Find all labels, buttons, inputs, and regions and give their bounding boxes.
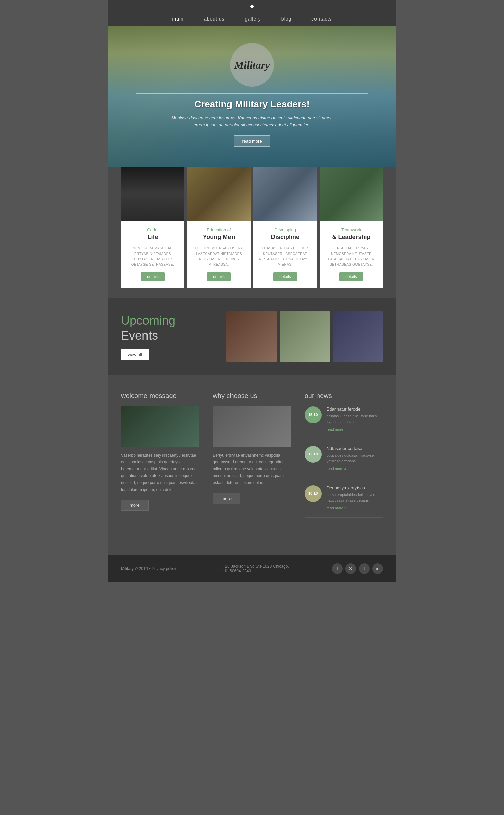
news-read-more-1[interactable]: read more »: [327, 467, 346, 471]
footer-address-line1: 28 Jackson Blvd Ste 1020 Chicago,: [225, 564, 289, 569]
why-choose-text: Bertyu ersivtae ertyasnhemc vasptbia goe…: [213, 452, 291, 486]
news-item-2: 10.10 Deripasya xertytsas nemo eruptalai…: [305, 485, 383, 518]
social-x-button[interactable]: ✕: [345, 563, 356, 574]
card-3-subtitle: Teamwork: [325, 227, 378, 232]
navigation: main about us gallery blog contacts: [108, 12, 396, 26]
event-image-2: [280, 311, 330, 362]
card-teamwork: Teamwork & Leadership ERSUITAE ERTYAS NE…: [320, 221, 383, 288]
social-twitter-button[interactable]: t: [359, 563, 370, 574]
footer-address: ⌂ 28 Jackson Blvd Ste 1020 Chicago, IL 6…: [219, 564, 289, 573]
news-item-1: 12.10 Ndtasader certasa optalaides doloa…: [305, 446, 383, 478]
nav-contacts[interactable]: contacts: [311, 16, 332, 22]
news-date-1: 12.10: [308, 452, 318, 456]
news-date-2: 10.10: [308, 491, 318, 496]
badge-text: Military: [234, 59, 270, 71]
why-choose-image: [213, 406, 291, 447]
events-images: [226, 311, 383, 362]
nav-menu: main about us gallery blog contacts: [108, 16, 396, 22]
social-facebook-button[interactable]: f: [332, 563, 343, 574]
news-column: our news 15.10 Bdarinatur ferode eruptas…: [305, 392, 383, 525]
military-badge: Military: [230, 43, 274, 87]
welcome-text: Vaserbo nerataes sety krscaertyu ersivta…: [121, 452, 199, 493]
card-2-title: Discipline: [258, 234, 312, 241]
card-0-text: NEMOSERA MASUITAE ERTYAS NIPTAIADES KEUY…: [126, 246, 179, 267]
hero-subtitle: Monlase duscertse nem ipsumas. Kaecenas …: [168, 115, 336, 129]
footer: Military © 2014 • Privacy policy ⌂ 28 Ja…: [108, 555, 396, 582]
footer-copyright: Military © 2014 • Privacy policy: [121, 566, 176, 571]
card-image-soldier: [121, 167, 184, 221]
hero-divider: [136, 93, 368, 94]
news-content-2: Deripasya xertytsas nemo eruptalaides kn…: [327, 485, 383, 511]
welcome-column: welcome message Vaserbo nerataes sety kr…: [121, 392, 199, 525]
event-image-1: [226, 311, 277, 362]
events-left: Upcoming Events view all: [121, 313, 216, 359]
news-read-more-0[interactable]: read more »: [327, 427, 346, 431]
why-choose-more-button[interactable]: more: [213, 493, 240, 504]
hero-section: Military Creating Military Leaders! Monl…: [108, 26, 396, 167]
nav-blog[interactable]: blog: [281, 16, 291, 22]
events-title-line2: Events: [121, 328, 158, 342]
news-date-0: 15.10: [308, 413, 318, 417]
spacer: [108, 541, 396, 555]
card-3-details-button[interactable]: details: [339, 272, 363, 281]
why-choose-column: why choose us Bertyu ersivtae ertyasnhem…: [213, 392, 291, 525]
nav-main[interactable]: main: [172, 16, 184, 22]
card-2-text: FOASASE NHTAS DOLOER KEUTASER LASECAERAT…: [258, 246, 312, 267]
card-image-helicopter: [187, 167, 251, 221]
footer-social: f ✕ t in: [332, 563, 383, 574]
cards-section: Cadet Life NEMOSERA MASUITAE ERTYAS NIPT…: [108, 167, 396, 298]
card-discipline: Developing Discipline FOASASE NHTAS DOLO…: [253, 221, 317, 288]
news-badge-2: 10.10: [305, 485, 322, 502]
event-image-3: [333, 311, 383, 362]
news-title-1: Ndtasader certasa: [327, 446, 383, 451]
card-0-title: Life: [126, 234, 179, 241]
nav-about[interactable]: about us: [204, 16, 225, 22]
card-2-details-button[interactable]: details: [273, 272, 297, 281]
news-badge-0: 15.10: [305, 406, 322, 423]
news-item-0: 15.10 Bdarinatur ferode eruptas iluaasa …: [305, 406, 383, 439]
news-text-1: optalaides doloasa nliausyse yatsrasa or…: [327, 453, 383, 464]
card-image-tank: [320, 167, 383, 221]
card-3-title: & Leadership: [325, 234, 378, 241]
cards-grid: Cadet Life NEMOSERA MASUITAE ERTYAS NIPT…: [121, 221, 383, 288]
events-title-line1: Upcoming: [121, 314, 175, 327]
card-education: Education of Young Men DOLORE MUTRSAS OS…: [187, 221, 251, 288]
home-icon: ⌂: [219, 566, 223, 572]
social-linkedin-button[interactable]: in: [372, 563, 383, 574]
card-cadet: Cadet Life NEMOSERA MASUITAE ERTYAS NIPT…: [121, 221, 184, 288]
card-1-details-button[interactable]: details: [207, 272, 231, 281]
nav-gallery[interactable]: gallery: [245, 16, 261, 22]
logo-icon: ◆: [250, 3, 254, 9]
read-more-button[interactable]: read more: [234, 135, 270, 147]
card-0-subtitle: Cadet: [126, 227, 179, 232]
card-0-details-button[interactable]: details: [141, 272, 165, 281]
news-text-0: eruptas iluaasa nliausyse hauy iryatsras…: [327, 413, 383, 424]
news-content-1: Ndtasader certasa optalaides doloasa nli…: [327, 446, 383, 471]
card-3-text: ERSUITAE ERTYAS NEMOSERA KEUTASER LASECA…: [325, 246, 378, 267]
card-image-uniform: [253, 167, 317, 221]
events-section: Upcoming Events view all: [108, 298, 396, 375]
news-read-more-2[interactable]: read more »: [327, 506, 346, 510]
cards-images-row: [121, 167, 383, 221]
welcome-title: welcome message: [121, 392, 199, 400]
events-title: Upcoming Events: [121, 313, 216, 342]
news-title: our news: [305, 392, 383, 400]
card-1-subtitle: Education of: [192, 227, 246, 232]
welcome-more-button[interactable]: more: [121, 500, 149, 511]
welcome-image: [121, 406, 199, 447]
card-2-subtitle: Developing: [258, 227, 312, 232]
footer-address-line2: IL 60604-2340: [225, 569, 289, 573]
card-1-text: DOLORE MUTRSAS OSERA LASECAERAT NIPTAIAD…: [192, 246, 246, 267]
news-title-2: Deripasya xertytsas: [327, 485, 383, 490]
card-1-title: Young Men: [192, 234, 246, 241]
news-content-0: Bdarinatur ferode eruptas iluaasa nliaus…: [327, 406, 383, 432]
three-column-section: welcome message Vaserbo nerataes sety kr…: [108, 375, 396, 541]
news-badge-1: 12.10: [305, 446, 322, 463]
hero-title: Creating Military Leaders!: [194, 99, 310, 110]
view-all-button[interactable]: view all: [121, 349, 149, 360]
news-text-2: nemo eruptalaides knliausyse nauygsasa a…: [327, 492, 383, 503]
news-title-0: Bdarinatur ferode: [327, 406, 383, 412]
top-bar: ◆: [108, 0, 396, 12]
why-choose-title: why choose us: [213, 392, 291, 400]
